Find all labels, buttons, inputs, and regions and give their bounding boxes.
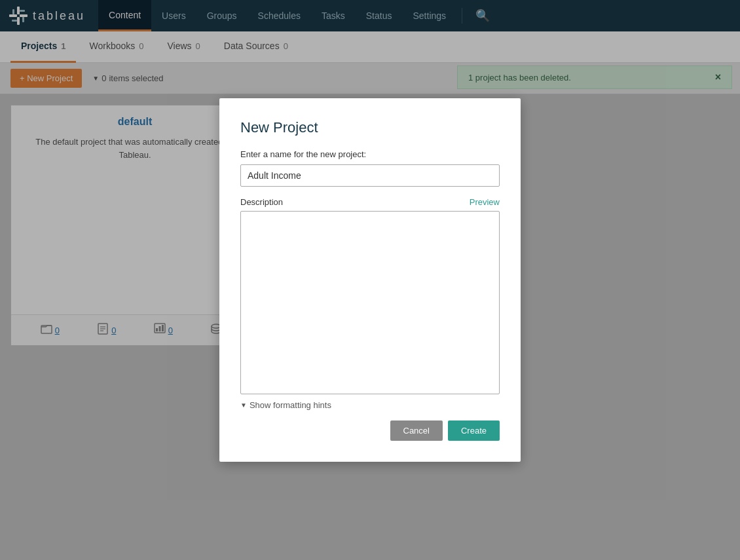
modal-title: New Project [240,119,500,136]
modal-preview-link[interactable]: Preview [470,197,500,207]
modal-name-label: Enter a name for the new project: [240,149,500,159]
modal-desc-label: Description [240,197,283,207]
modal-overlay: New Project Enter a name for the new pro… [0,0,740,356]
project-name-input[interactable] [240,164,500,187]
modal-desc-row: Description Preview [240,197,500,207]
project-description-textarea[interactable] [240,211,500,356]
new-project-modal: New Project Enter a name for the new pro… [219,98,521,356]
